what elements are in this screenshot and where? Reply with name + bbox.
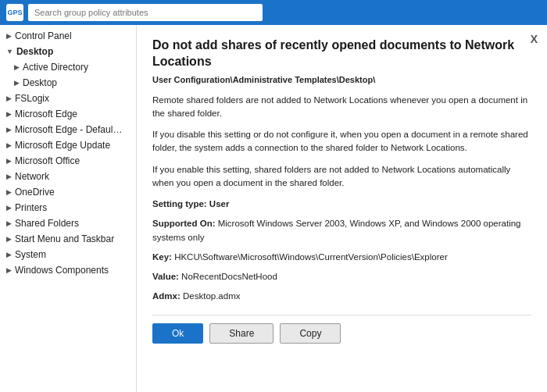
button-row: Ok Share Copy: [152, 315, 531, 344]
detail-admx: Admx: Desktop.admx: [152, 290, 531, 303]
detail-desc-1: Remote shared folders are not added to N…: [152, 94, 531, 121]
title-bar: GPS: [0, 0, 547, 25]
chevron-right-icon: [6, 204, 12, 212]
sidebar: Control Panel Desktop Active Directory D…: [0, 25, 137, 392]
sidebar-item-microsoft-office[interactable]: Microsoft Office: [0, 153, 136, 169]
sidebar-item-onedrive[interactable]: OneDrive: [0, 184, 136, 200]
detail-title: Do not add shares of recently opened doc…: [152, 37, 531, 70]
chevron-right-icon: [14, 79, 20, 87]
chevron-right-icon: [6, 251, 12, 258]
sidebar-item-system[interactable]: System: [0, 247, 136, 262]
detail-value: Value: NoRecentDocsNetHood: [152, 270, 531, 283]
chevron-right-icon: [6, 188, 12, 196]
search-input[interactable]: [28, 4, 263, 21]
sidebar-item-control-panel[interactable]: Control Panel: [0, 28, 136, 44]
detail-setting-type: Setting type: User: [152, 198, 531, 211]
detail-path: User Configuration\Administrative Templa…: [152, 75, 531, 84]
sidebar-item-microsoft-edge[interactable]: Microsoft Edge: [0, 106, 136, 122]
chevron-right-icon: [6, 141, 12, 149]
chevron-right-icon: [6, 173, 12, 180]
chevron-right-icon: [6, 110, 12, 118]
chevron-right-icon: [6, 157, 12, 165]
sidebar-item-windows-components[interactable]: Windows Components: [0, 262, 136, 278]
sidebar-item-start-menu[interactable]: Start Menu and Taskbar: [0, 231, 136, 247]
sidebar-item-desktop[interactable]: Desktop: [0, 44, 136, 59]
chevron-right-icon: [14, 63, 20, 71]
chevron-down-icon: [6, 48, 13, 55]
ok-button[interactable]: Ok: [152, 323, 203, 344]
main-layout: Control Panel Desktop Active Directory D…: [0, 25, 547, 392]
detail-desc-3: If you enable this setting, shared folde…: [152, 163, 531, 191]
sidebar-item-microsoft-edge-update[interactable]: Microsoft Edge Update: [0, 137, 136, 153]
chevron-right-icon: [6, 235, 12, 243]
chevron-right-icon: [6, 126, 12, 134]
detail-key: Key: HKCU\Software\Microsoft\Windows\Cur…: [152, 251, 531, 264]
chevron-right-icon: [6, 266, 12, 274]
sidebar-item-printers[interactable]: Printers: [0, 200, 136, 216]
chevron-right-icon: [6, 219, 12, 227]
sidebar-item-desktop-sub[interactable]: Desktop: [0, 75, 136, 91]
sidebar-item-fslogix[interactable]: FSLogix: [0, 91, 136, 106]
share-button[interactable]: Share: [209, 323, 274, 344]
sidebar-item-network[interactable]: Network: [0, 169, 136, 184]
sidebar-item-active-directory[interactable]: Active Directory: [0, 59, 136, 75]
sidebar-item-shared-folders[interactable]: Shared Folders: [0, 216, 136, 231]
detail-desc-2: If you disable this setting or do not co…: [152, 128, 531, 155]
detail-supported-on: Supported On: Microsoft Windows Server 2…: [152, 217, 531, 244]
chevron-right-icon: [6, 94, 12, 102]
copy-button[interactable]: Copy: [280, 323, 341, 344]
close-button[interactable]: X: [531, 33, 538, 45]
chevron-right-icon: [6, 32, 12, 40]
sidebar-item-microsoft-edge-default[interactable]: Microsoft Edge - Default Settings (us: [0, 122, 133, 137]
app-logo: GPS: [6, 4, 23, 21]
detail-panel: X Do not add shares of recently opened d…: [137, 25, 547, 392]
